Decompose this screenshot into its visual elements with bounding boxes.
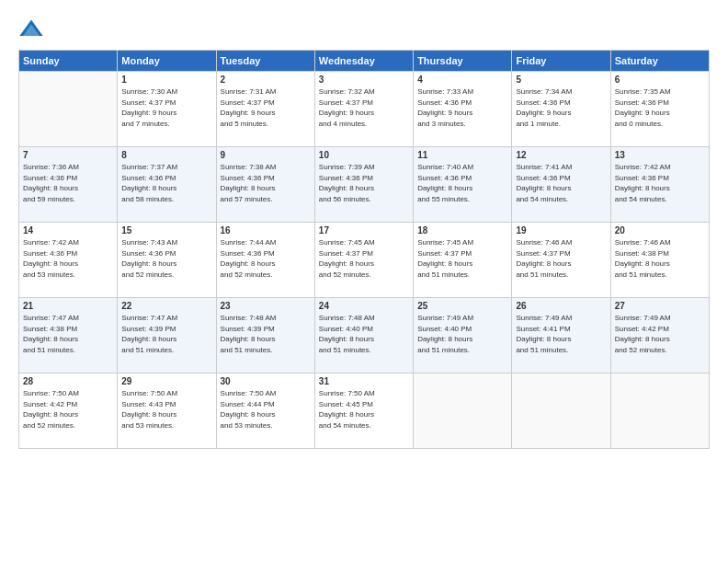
day-info: Sunrise: 7:36 AM Sunset: 4:36 PM Dayligh…: [23, 162, 113, 204]
calendar-cell: 2Sunrise: 7:31 AM Sunset: 4:37 PM Daylig…: [216, 72, 314, 147]
day-number: 29: [121, 376, 211, 386]
day-info: Sunrise: 7:41 AM Sunset: 4:36 PM Dayligh…: [516, 162, 606, 204]
calendar-cell: 27Sunrise: 7:49 AM Sunset: 4:42 PM Dayli…: [610, 298, 709, 373]
day-info: Sunrise: 7:31 AM Sunset: 4:37 PM Dayligh…: [221, 86, 311, 129]
calendar-cell: [610, 373, 709, 449]
calendar-cell: 23Sunrise: 7:48 AM Sunset: 4:39 PM Dayli…: [216, 298, 314, 373]
day-number: 6: [615, 75, 705, 85]
weekday-header-thursday: Thursday: [414, 51, 512, 72]
weekday-header-friday: Friday: [512, 51, 610, 72]
weekday-header-monday: Monday: [118, 51, 216, 72]
calendar-cell: 6Sunrise: 7:35 AM Sunset: 4:36 PM Daylig…: [610, 72, 709, 147]
calendar-week-5: 28Sunrise: 7:50 AM Sunset: 4:42 PM Dayli…: [19, 373, 710, 449]
day-number: 16: [221, 225, 311, 236]
calendar-cell: 20Sunrise: 7:46 AM Sunset: 4:38 PM Dayli…: [610, 223, 709, 298]
day-info: Sunrise: 7:47 AM Sunset: 4:38 PM Dayligh…: [23, 313, 113, 355]
weekday-header-wednesday: Wednesday: [314, 51, 413, 72]
day-info: Sunrise: 7:49 AM Sunset: 4:40 PM Dayligh…: [417, 313, 507, 355]
calendar-cell: [512, 373, 610, 449]
calendar-week-4: 21Sunrise: 7:47 AM Sunset: 4:38 PM Dayli…: [19, 298, 710, 373]
day-number: 27: [615, 301, 705, 311]
calendar-cell: 31Sunrise: 7:50 AM Sunset: 4:45 PM Dayli…: [314, 373, 413, 449]
day-number: 14: [23, 225, 113, 236]
day-info: Sunrise: 7:50 AM Sunset: 4:43 PM Dayligh…: [121, 388, 211, 431]
calendar-cell: [19, 72, 118, 147]
calendar-week-1: 1Sunrise: 7:30 AM Sunset: 4:37 PM Daylig…: [19, 72, 710, 147]
calendar-cell: 11Sunrise: 7:40 AM Sunset: 4:36 PM Dayli…: [414, 147, 512, 223]
calendar-cell: 17Sunrise: 7:45 AM Sunset: 4:37 PM Dayli…: [314, 223, 413, 298]
day-number: 7: [23, 150, 113, 160]
day-number: 11: [417, 150, 507, 160]
calendar-cell: 12Sunrise: 7:41 AM Sunset: 4:36 PM Dayli…: [512, 147, 610, 223]
page: SundayMondayTuesdayWednesdayThursdayFrid…: [0, 0, 728, 563]
day-number: 31: [319, 376, 409, 386]
day-info: Sunrise: 7:48 AM Sunset: 4:40 PM Dayligh…: [319, 313, 409, 355]
day-number: 30: [221, 376, 311, 386]
calendar-cell: 10Sunrise: 7:39 AM Sunset: 4:36 PM Dayli…: [314, 147, 413, 223]
calendar-cell: 30Sunrise: 7:50 AM Sunset: 4:44 PM Dayli…: [216, 373, 314, 449]
calendar-cell: 1Sunrise: 7:30 AM Sunset: 4:37 PM Daylig…: [118, 72, 216, 147]
calendar: SundayMondayTuesdayWednesdayThursdayFrid…: [18, 50, 710, 449]
day-info: Sunrise: 7:34 AM Sunset: 4:36 PM Dayligh…: [516, 86, 606, 129]
calendar-cell: 21Sunrise: 7:47 AM Sunset: 4:38 PM Dayli…: [19, 298, 118, 373]
day-info: Sunrise: 7:49 AM Sunset: 4:42 PM Dayligh…: [615, 313, 705, 355]
calendar-cell: 26Sunrise: 7:49 AM Sunset: 4:41 PM Dayli…: [512, 298, 610, 373]
weekday-header-saturday: Saturday: [610, 51, 709, 72]
calendar-week-2: 7Sunrise: 7:36 AM Sunset: 4:36 PM Daylig…: [19, 147, 710, 223]
day-info: Sunrise: 7:50 AM Sunset: 4:45 PM Dayligh…: [319, 388, 409, 431]
calendar-week-3: 14Sunrise: 7:42 AM Sunset: 4:36 PM Dayli…: [19, 223, 710, 298]
day-info: Sunrise: 7:40 AM Sunset: 4:36 PM Dayligh…: [417, 162, 507, 204]
day-number: 1: [121, 75, 211, 85]
day-number: 24: [319, 301, 409, 311]
calendar-cell: 4Sunrise: 7:33 AM Sunset: 4:36 PM Daylig…: [414, 72, 512, 147]
calendar-cell: [414, 373, 512, 449]
weekday-header-sunday: Sunday: [19, 51, 118, 72]
day-info: Sunrise: 7:33 AM Sunset: 4:36 PM Dayligh…: [417, 86, 507, 129]
weekday-header-row: SundayMondayTuesdayWednesdayThursdayFrid…: [19, 51, 710, 72]
day-info: Sunrise: 7:35 AM Sunset: 4:36 PM Dayligh…: [615, 86, 705, 129]
calendar-cell: 9Sunrise: 7:38 AM Sunset: 4:36 PM Daylig…: [216, 147, 314, 223]
day-number: 22: [121, 301, 211, 311]
logo-icon: [18, 17, 44, 42]
day-info: Sunrise: 7:47 AM Sunset: 4:39 PM Dayligh…: [121, 313, 211, 355]
calendar-cell: 24Sunrise: 7:48 AM Sunset: 4:40 PM Dayli…: [314, 298, 413, 373]
day-number: 23: [221, 301, 311, 311]
calendar-cell: 18Sunrise: 7:45 AM Sunset: 4:37 PM Dayli…: [414, 223, 512, 298]
day-number: 25: [417, 301, 507, 311]
day-number: 4: [417, 75, 507, 85]
calendar-cell: 25Sunrise: 7:49 AM Sunset: 4:40 PM Dayli…: [414, 298, 512, 373]
calendar-cell: 22Sunrise: 7:47 AM Sunset: 4:39 PM Dayli…: [118, 298, 216, 373]
day-number: 15: [121, 225, 211, 236]
day-info: Sunrise: 7:32 AM Sunset: 4:37 PM Dayligh…: [319, 86, 409, 129]
day-number: 5: [516, 75, 606, 85]
day-info: Sunrise: 7:44 AM Sunset: 4:36 PM Dayligh…: [221, 237, 311, 280]
calendar-cell: 14Sunrise: 7:42 AM Sunset: 4:36 PM Dayli…: [19, 223, 118, 298]
day-number: 2: [221, 75, 311, 85]
day-info: Sunrise: 7:45 AM Sunset: 4:37 PM Dayligh…: [417, 237, 507, 280]
day-number: 8: [121, 150, 211, 160]
day-info: Sunrise: 7:46 AM Sunset: 4:37 PM Dayligh…: [516, 237, 606, 280]
day-info: Sunrise: 7:48 AM Sunset: 4:39 PM Dayligh…: [221, 313, 311, 355]
day-number: 26: [516, 301, 606, 311]
day-number: 21: [23, 301, 113, 311]
day-info: Sunrise: 7:38 AM Sunset: 4:36 PM Dayligh…: [221, 162, 311, 204]
calendar-cell: 5Sunrise: 7:34 AM Sunset: 4:36 PM Daylig…: [512, 72, 610, 147]
calendar-cell: 8Sunrise: 7:37 AM Sunset: 4:36 PM Daylig…: [118, 147, 216, 223]
day-number: 13: [615, 150, 705, 160]
calendar-cell: 15Sunrise: 7:43 AM Sunset: 4:36 PM Dayli…: [118, 223, 216, 298]
day-number: 9: [221, 150, 311, 160]
day-number: 19: [516, 225, 606, 236]
day-info: Sunrise: 7:50 AM Sunset: 4:44 PM Dayligh…: [221, 388, 311, 431]
header: [18, 17, 710, 42]
calendar-cell: 7Sunrise: 7:36 AM Sunset: 4:36 PM Daylig…: [19, 147, 118, 223]
weekday-header-tuesday: Tuesday: [216, 51, 314, 72]
day-info: Sunrise: 7:50 AM Sunset: 4:42 PM Dayligh…: [23, 388, 113, 431]
day-info: Sunrise: 7:42 AM Sunset: 4:36 PM Dayligh…: [23, 237, 113, 280]
day-info: Sunrise: 7:46 AM Sunset: 4:38 PM Dayligh…: [615, 237, 705, 280]
day-info: Sunrise: 7:30 AM Sunset: 4:37 PM Dayligh…: [121, 86, 211, 129]
calendar-cell: 16Sunrise: 7:44 AM Sunset: 4:36 PM Dayli…: [216, 223, 314, 298]
day-info: Sunrise: 7:49 AM Sunset: 4:41 PM Dayligh…: [516, 313, 606, 355]
logo: [18, 17, 48, 42]
calendar-cell: 28Sunrise: 7:50 AM Sunset: 4:42 PM Dayli…: [19, 373, 118, 449]
calendar-cell: 29Sunrise: 7:50 AM Sunset: 4:43 PM Dayli…: [118, 373, 216, 449]
